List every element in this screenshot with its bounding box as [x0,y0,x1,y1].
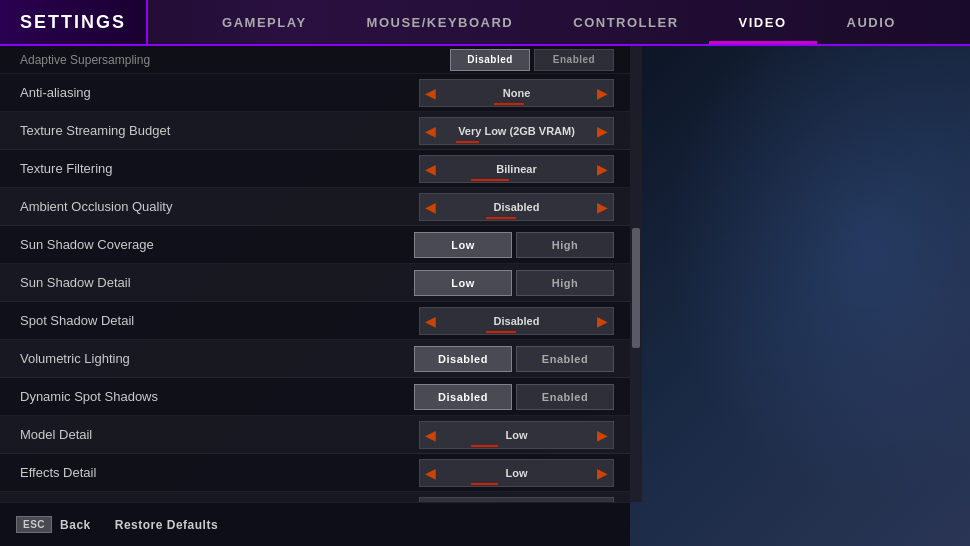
setting-row-volumetric-lighting: Volumetric Lighting Disabled Enabled [0,340,630,378]
spot-shadow-detail-right-arrow[interactable]: ▶ [592,313,613,329]
setting-name-model-detail: Model Detail [20,427,419,442]
setting-row-texture-streaming: Texture Streaming Budget ◀ Very Low (2GB… [0,112,630,150]
anti-aliasing-value: None [441,87,592,99]
texture-streaming-value: Very Low (2GB VRAM) [441,125,592,137]
setting-name-spot-shadow-detail: Spot Shadow Detail [20,313,419,328]
nav-tabs: GAMEPLAY MOUSE/KEYBOARD CONTROLLER VIDEO… [148,0,970,44]
ambient-occlusion-value: Disabled [441,201,592,213]
sun-shadow-coverage-high-btn[interactable]: High [516,232,614,258]
setting-row-model-detail: Model Detail ◀ Low ▶ [0,416,630,454]
restore-defaults-label: Restore Defaults [115,518,218,532]
volumetric-lighting-control: Disabled Enabled [414,346,614,372]
anti-aliasing-right-arrow[interactable]: ▶ [592,85,613,101]
back-action[interactable]: ESC Back [16,516,91,533]
setting-row-effects-detail: Effects Detail ◀ Low ▶ [0,454,630,492]
model-detail-indicator [471,445,498,447]
sun-shadow-detail-control: Low High [414,270,614,296]
spot-shadow-detail-value: Disabled [441,315,592,327]
sun-shadow-coverage-low-btn[interactable]: Low [414,232,512,258]
partial-control: Disabled Enabled [450,49,614,71]
setting-name-texture-streaming: Texture Streaming Budget [20,123,419,138]
setting-row-sun-shadow-coverage: Sun Shadow Coverage Low High [0,226,630,264]
tab-mouse-keyboard[interactable]: MOUSE/KEYBOARD [337,0,544,44]
texture-streaming-control: ◀ Very Low (2GB VRAM) ▶ [419,117,614,145]
effects-detail-left-arrow[interactable]: ◀ [420,465,441,481]
setting-row-dynamic-spot-shadows: Dynamic Spot Shadows Disabled Enabled [0,378,630,416]
texture-filtering-right-arrow[interactable]: ▶ [592,161,613,177]
bottom-bar: ESC Back Restore Defaults [0,502,630,546]
esc-key-badge: ESC [16,516,52,533]
model-detail-control: ◀ Low ▶ [419,421,614,449]
setting-name-effects-detail: Effects Detail [20,465,419,480]
tab-video[interactable]: VIDEO [709,0,817,44]
dynamic-spot-shadows-control: Disabled Enabled [414,384,614,410]
texture-streaming-right-arrow[interactable]: ▶ [592,123,613,139]
ambient-occlusion-right-arrow[interactable]: ▶ [592,199,613,215]
setting-row-spot-shadow-detail: Spot Shadow Detail ◀ Disabled ▶ [0,302,630,340]
effects-detail-value: Low [441,467,592,479]
settings-title: SETTINGS [0,0,148,44]
right-panel [630,46,970,546]
main-content: Adaptive Supersampling Disabled Enabled … [0,46,970,546]
ambient-occlusion-control: ◀ Disabled ▶ [419,193,614,221]
setting-name-texture-filtering: Texture Filtering [20,161,419,176]
anti-aliasing-left-arrow[interactable]: ◀ [420,85,441,101]
model-detail-right-arrow[interactable]: ▶ [592,427,613,443]
impact-marks-control: ◀ Disabled ▶ [419,497,614,503]
sun-shadow-coverage-control: Low High [414,232,614,258]
spot-shadow-detail-indicator [486,331,516,333]
settings-list: Adaptive Supersampling Disabled Enabled … [0,46,630,502]
setting-row-sun-shadow-detail: Sun Shadow Detail Low High [0,264,630,302]
dynamic-spot-shadows-enabled-btn[interactable]: Enabled [516,384,614,410]
volumetric-lighting-disabled-btn[interactable]: Disabled [414,346,512,372]
sun-shadow-detail-high-btn[interactable]: High [516,270,614,296]
restore-defaults-action[interactable]: Restore Defaults [115,518,218,532]
spot-shadow-detail-left-arrow[interactable]: ◀ [420,313,441,329]
setting-row-ambient-occlusion: Ambient Occlusion Quality ◀ Disabled ▶ [0,188,630,226]
effects-detail-control: ◀ Low ▶ [419,459,614,487]
setting-name-anti-aliasing: Anti-aliasing [20,85,419,100]
setting-name-volumetric-lighting: Volumetric Lighting [20,351,414,366]
back-label: Back [60,518,91,532]
settings-panel: Adaptive Supersampling Disabled Enabled … [0,46,630,546]
tab-gameplay[interactable]: GAMEPLAY [192,0,336,44]
anti-aliasing-indicator [494,103,524,105]
texture-filtering-indicator [471,179,509,181]
effects-detail-indicator [471,483,498,485]
ambient-occlusion-indicator [486,217,516,219]
texture-streaming-indicator [456,141,479,143]
tab-controller[interactable]: CONTROLLER [543,0,708,44]
texture-filtering-left-arrow[interactable]: ◀ [420,161,441,177]
setting-name-dynamic-spot-shadows: Dynamic Spot Shadows [20,389,414,404]
texture-filtering-value: Bilinear [441,163,592,175]
model-detail-left-arrow[interactable]: ◀ [420,427,441,443]
dynamic-spot-shadows-disabled-btn[interactable]: Disabled [414,384,512,410]
partial-enabled-btn[interactable]: Enabled [534,49,614,71]
scrollbar-thumb[interactable] [632,228,640,348]
anti-aliasing-control: ◀ None ▶ [419,79,614,107]
partial-disabled-btn[interactable]: Disabled [450,49,530,71]
setting-row-impact-marks: Impact Marks ◀ Disabled ▶ [0,492,630,502]
spot-shadow-detail-control: ◀ Disabled ▶ [419,307,614,335]
topbar: SETTINGS GAMEPLAY MOUSE/KEYBOARD CONTROL… [0,0,970,46]
partial-row: Adaptive Supersampling Disabled Enabled [0,46,630,74]
effects-detail-right-arrow[interactable]: ▶ [592,465,613,481]
setting-row-texture-filtering: Texture Filtering ◀ Bilinear ▶ [0,150,630,188]
app-title-text: SETTINGS [20,12,126,33]
partial-row-name: Adaptive Supersampling [20,53,450,67]
setting-name-sun-shadow-detail: Sun Shadow Detail [20,275,414,290]
ambient-occlusion-left-arrow[interactable]: ◀ [420,199,441,215]
texture-streaming-left-arrow[interactable]: ◀ [420,123,441,139]
volumetric-lighting-enabled-btn[interactable]: Enabled [516,346,614,372]
setting-row-anti-aliasing: Anti-aliasing ◀ None ▶ [0,74,630,112]
tab-audio[interactable]: AUDIO [817,0,926,44]
setting-name-sun-shadow-coverage: Sun Shadow Coverage [20,237,414,252]
model-detail-value: Low [441,429,592,441]
texture-filtering-control: ◀ Bilinear ▶ [419,155,614,183]
setting-name-ambient-occlusion: Ambient Occlusion Quality [20,199,419,214]
sun-shadow-detail-low-btn[interactable]: Low [414,270,512,296]
scrollbar-track[interactable] [630,46,642,502]
